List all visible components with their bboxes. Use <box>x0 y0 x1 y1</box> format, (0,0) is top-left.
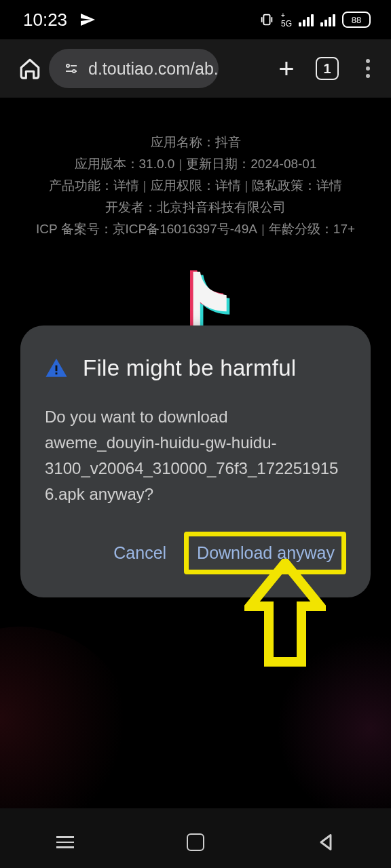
url-bar[interactable]: d.toutiao.com/ab. <box>49 49 219 88</box>
annotation-arrow-icon <box>244 559 326 674</box>
svg-rect-0 <box>263 15 269 25</box>
back-button[interactable] <box>307 823 345 861</box>
url-text: d.toutiao.com/ab. <box>88 59 219 79</box>
home-button[interactable] <box>14 52 46 85</box>
cancel-button[interactable]: Cancel <box>104 536 176 570</box>
svg-rect-3 <box>56 366 58 372</box>
tabs-button[interactable]: 1 <box>308 50 346 87</box>
meta-line: 应用名称：抖音 <box>0 132 391 153</box>
dialog-body: Do you want to download aweme_douyin-hui… <box>45 404 346 507</box>
meta-line: 应用版本：31.0.0|更新日期：2024-08-01 <box>0 153 391 175</box>
meta-line: ICP 备案号：京ICP备16016397号-49A|年龄分级：17+ <box>0 218 391 240</box>
telegram-icon <box>79 12 96 28</box>
network-type-label: + 5G <box>281 12 292 28</box>
home-nav-button[interactable] <box>176 823 215 861</box>
recents-button[interactable] <box>46 823 84 861</box>
signal-icon-2 <box>320 13 335 26</box>
browser-toolbar: d.toutiao.com/ab. + 1 <box>0 39 391 98</box>
status-time: 10:23 <box>23 9 67 31</box>
meta-line: 产品功能：详情|应用权限：详情|隐私政策：详情 <box>0 175 391 197</box>
dialog-title: File might be harmful <box>83 355 296 381</box>
signal-icon <box>299 13 314 26</box>
svg-rect-4 <box>56 372 58 374</box>
battery-icon: 88 <box>342 12 371 28</box>
menu-button[interactable] <box>349 50 387 87</box>
vibrate-icon <box>259 12 274 27</box>
meta-line: 开发者：北京抖音科技有限公司 <box>0 197 391 218</box>
warning-icon <box>45 357 68 380</box>
svg-point-1 <box>67 64 69 67</box>
new-tab-button[interactable]: + <box>267 50 305 87</box>
site-settings-icon <box>62 60 80 77</box>
status-bar: 10:23 + 5G 88 <box>0 0 391 39</box>
download-warning-dialog: File might be harmful Do you want to dow… <box>20 326 371 597</box>
app-metadata-block: 应用名称：抖音 应用版本：31.0.0|更新日期：2024-08-01 产品功能… <box>0 132 391 240</box>
svg-point-2 <box>73 70 75 73</box>
system-nav-bar <box>0 808 391 868</box>
